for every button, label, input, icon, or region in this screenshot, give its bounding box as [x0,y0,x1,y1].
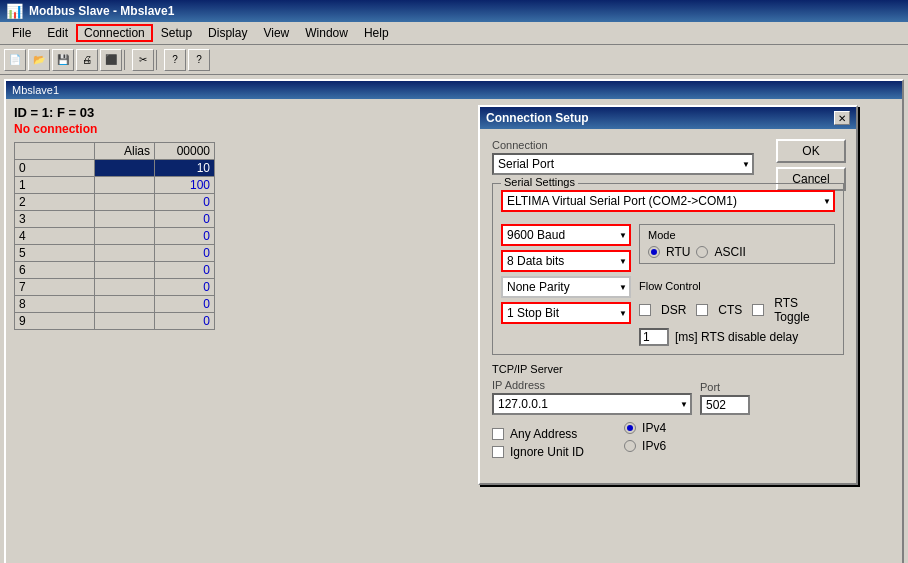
rts-delay-row: [ms] RTS disable delay [639,328,835,346]
tcpip-title: TCP/IP Server [492,363,844,375]
toolbar-sep1 [124,50,130,70]
databits-select[interactable]: 8 Data bits 7 Data bits [501,250,631,272]
menu-bar: File Edit Connection Setup Display View … [0,22,908,45]
ip-address-label: IP Address [492,379,692,391]
connection-select[interactable]: Serial Port TCP/IP Slave UDP/IP Slave [492,153,754,175]
app-icon: 📊 [6,3,23,19]
mode-rtu-radio[interactable] [648,246,660,258]
port-select-wrapper: ELTIMA Virtual Serial Port (COM2->COM1) … [501,190,835,212]
cts-checkbox[interactable] [696,304,708,316]
main-area: Mbslave1 ID = 1: F = 03 No connection Al… [0,75,908,563]
mode-label: Mode [648,229,826,241]
any-address-row: Any Address [492,427,584,441]
open-button[interactable]: 📂 [28,49,50,71]
ignore-unit-checkbox[interactable] [492,446,504,458]
menu-display[interactable]: Display [200,24,255,42]
tcpip-options-row: Any Address Ignore Unit ID IPv4 [492,421,844,459]
menu-edit[interactable]: Edit [39,24,76,42]
ip-address-wrapper: 127.0.0.1 [492,393,692,415]
tcp-port-input[interactable] [700,395,750,415]
about-button[interactable]: ? [188,49,210,71]
title-bar: 📊 Modbus Slave - Mbslave1 [0,0,908,22]
ipv4-radio[interactable] [624,422,636,434]
mode-group: Mode RTU ASCII [639,224,835,264]
ok-button[interactable]: OK [776,139,846,163]
dialog-title-bar: Connection Setup ✕ [480,107,856,129]
rts-delay-label: [ms] RTS disable delay [675,330,798,344]
mode-rtu-label: RTU [666,245,690,259]
menu-window[interactable]: Window [297,24,356,42]
port-label: Port [700,381,750,393]
menu-file[interactable]: File [4,24,39,42]
ignore-unit-row: Ignore Unit ID [492,445,584,459]
save-button[interactable]: 💾 [52,49,74,71]
parity-select[interactable]: None Parity Even Parity Odd Parity [501,276,631,298]
print-button[interactable]: 🖨 [76,49,98,71]
cts-label: CTS [718,303,742,317]
dialog-overlay: Connection Setup ✕ OK Cancel Connection … [0,75,908,563]
title-bar-text: Modbus Slave - Mbslave1 [29,4,174,18]
ip-address-select[interactable]: 127.0.0.1 [492,393,692,415]
serial-settings-group: Serial Settings ELTIMA Virtual Serial Po… [492,183,844,355]
rts-delay-input[interactable] [639,328,669,346]
menu-help[interactable]: Help [356,24,397,42]
help-button[interactable]: ? [164,49,186,71]
ipv4-label: IPv4 [642,421,666,435]
port-select[interactable]: ELTIMA Virtual Serial Port (COM2->COM1) … [501,190,835,212]
rts-toggle-checkbox[interactable] [752,304,764,316]
dsr-label: DSR [661,303,686,317]
ipv-row: IPv4 IPv6 [624,421,666,459]
ignore-unit-label: Ignore Unit ID [510,445,584,459]
dialog-title-text: Connection Setup [486,111,589,125]
new-button[interactable]: 📄 [4,49,26,71]
tcpip-port-col: Port [700,381,750,415]
cut-button[interactable]: ✂ [132,49,154,71]
small-selects: 9600 Baud 115200 Baud 8 Data bits 7 Data… [501,224,631,324]
menu-view[interactable]: View [255,24,297,42]
flow-control-label: Flow Control [639,280,835,292]
menu-connection[interactable]: Connection [76,24,153,42]
dsr-checkbox[interactable] [639,304,651,316]
dialog-body: OK Cancel Connection Serial Port TCP/IP … [480,129,856,469]
ipv6-radio[interactable] [624,440,636,452]
stopbit-select[interactable]: 1 Stop Bit 2 Stop Bits [501,302,631,324]
toolbar-sep2 [156,50,162,70]
any-address-checkbox[interactable] [492,428,504,440]
baud-select-wrapper: 9600 Baud 115200 Baud [501,224,631,246]
flow-control-section: Flow Control DSR CTS RTS Toggle [639,280,835,346]
parity-select-wrapper: None Parity Even Parity Odd Parity [501,276,631,298]
mode-ascii-label: ASCII [714,245,745,259]
tcpip-row: IP Address 127.0.0.1 Port [492,379,844,415]
tcpip-section: TCP/IP Server IP Address 127.0.0.1 Port [492,363,844,459]
ipv6-row: IPv6 [624,439,666,453]
toolbar: 📄 📂 💾 🖨 ⬛ ✂ ? ? [0,45,908,75]
databits-select-wrapper: 8 Data bits 7 Data bits [501,250,631,272]
tcpip-ip-col: IP Address 127.0.0.1 [492,379,692,415]
rts-toggle-label: RTS Toggle [774,296,835,324]
serial-settings-legend: Serial Settings [501,176,578,188]
ipv4-row: IPv4 [624,421,666,435]
tcpip-checks: Any Address Ignore Unit ID [492,427,584,459]
any-address-label: Any Address [510,427,577,441]
menu-setup[interactable]: Setup [153,24,200,42]
radio-row: RTU ASCII [648,245,826,259]
connection-setup-dialog: Connection Setup ✕ OK Cancel Connection … [478,105,858,485]
serial-row: 9600 Baud 115200 Baud 8 Data bits 7 Data… [501,224,835,346]
connection-label: Connection [492,139,754,151]
stopbit-select-wrapper: 1 Stop Bit 2 Stop Bits [501,302,631,324]
baud-select[interactable]: 9600 Baud 115200 Baud [501,224,631,246]
stop-button[interactable]: ⬛ [100,49,122,71]
ipv6-label: IPv6 [642,439,666,453]
mode-ascii-radio[interactable] [696,246,708,258]
connection-select-wrapper: Serial Port TCP/IP Slave UDP/IP Slave [492,153,754,175]
dialog-close-button[interactable]: ✕ [834,111,850,125]
flow-checkbox-row: DSR CTS RTS Toggle [639,296,835,324]
right-col: Mode RTU ASCII Flow Control [639,224,835,346]
